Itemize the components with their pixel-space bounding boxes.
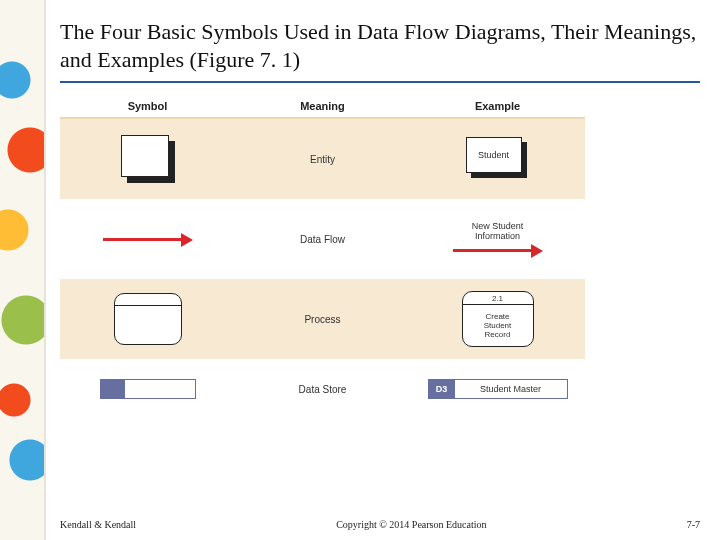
- table-row: Entity Student: [60, 119, 585, 199]
- store-symbol-cell: [60, 379, 235, 399]
- entity-symbol-cell: [60, 135, 235, 183]
- arrow-icon: [103, 233, 193, 245]
- store-example-cell: D3 Student Master: [410, 379, 585, 399]
- flow-example-icon: New Student Information: [453, 222, 543, 256]
- flow-meaning: Data Flow: [235, 234, 410, 245]
- figure-7-1: Symbol Meaning Example Entity Student: [60, 95, 585, 455]
- store-example-tab: D3: [429, 380, 455, 398]
- table-header: Symbol Meaning Example: [60, 95, 585, 119]
- table-row: Data Store D3 Student Master: [60, 359, 585, 419]
- table-row: Data Flow New Student Information: [60, 199, 585, 279]
- header-symbol: Symbol: [60, 100, 235, 112]
- flow-example-cell: New Student Information: [410, 222, 585, 256]
- entity-example-cell: Student: [410, 137, 585, 181]
- decorative-sidebar: [0, 0, 46, 540]
- process-example-cell: 2.1 Create Student Record: [410, 291, 585, 347]
- datastore-example-icon: D3 Student Master: [428, 379, 568, 399]
- slide-body: The Four Basic Symbols Used in Data Flow…: [60, 18, 700, 526]
- process-example-num: 2.1: [463, 292, 533, 305]
- process-meaning: Process: [235, 314, 410, 325]
- flow-example-label: New Student Information: [472, 222, 524, 242]
- footer-right: 7-7: [687, 519, 700, 530]
- footer: Kendall & Kendall Copyright © 2014 Pears…: [60, 519, 700, 530]
- entity-example-icon: Student: [466, 137, 530, 181]
- header-meaning: Meaning: [235, 100, 410, 112]
- entity-meaning: Entity: [235, 154, 410, 165]
- flow-symbol-cell: [60, 233, 235, 245]
- process-symbol-icon: [114, 293, 182, 345]
- header-example: Example: [410, 100, 585, 112]
- footer-left: Kendall & Kendall: [60, 519, 136, 530]
- footer-center: Copyright © 2014 Pearson Education: [336, 519, 486, 530]
- store-example-label: Student Master: [455, 380, 567, 398]
- slide-title: The Four Basic Symbols Used in Data Flow…: [60, 18, 700, 83]
- table-row: Process 2.1 Create Student Record: [60, 279, 585, 359]
- entity-symbol-icon: [121, 135, 175, 183]
- process-example-label: Create Student Record: [484, 312, 512, 340]
- entity-example-label: Student: [478, 150, 509, 160]
- process-symbol-cell: [60, 293, 235, 345]
- store-meaning: Data Store: [235, 384, 410, 395]
- process-example-icon: 2.1 Create Student Record: [462, 291, 534, 347]
- datastore-symbol-icon: [100, 379, 196, 399]
